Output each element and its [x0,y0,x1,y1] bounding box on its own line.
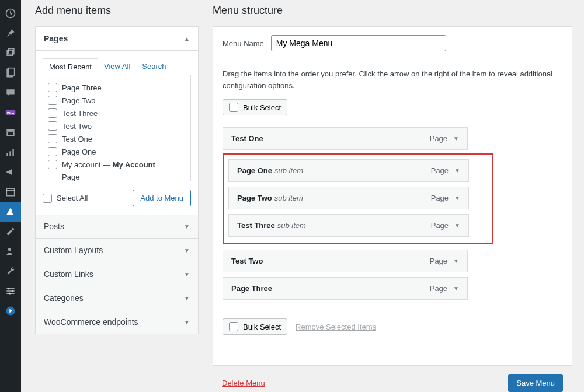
appearance-icon[interactable] [0,202,21,222]
add-to-menu-button[interactable]: Add to Menu [133,190,191,206]
pin-icon[interactable] [0,23,21,43]
panel-pages-head[interactable]: Pages ▲ [36,27,198,51]
page-item[interactable]: Page Two [48,94,186,107]
menu-item-sub[interactable]: Page Onesub item Page▼ [228,159,469,182]
svg-point-14 [8,248,11,251]
svg-rect-10 [9,151,11,156]
add-items-title: Add menu items [35,5,199,17]
bulk-select-button[interactable]: Bulk Select [223,99,287,116]
woo-icon[interactable]: Woo [0,103,21,123]
panel-pages-label: Pages [44,34,68,43]
page-item[interactable]: Test One [48,132,186,145]
admin-sidebar: Woo [0,0,21,392]
analytics-icon[interactable] [0,142,21,162]
svg-point-19 [12,290,13,292]
panel-custom-links-head[interactable]: Custom Links▼ [36,262,198,286]
menu-item-sub[interactable]: Test Threesub item Page▼ [228,214,469,237]
triangle-down-icon: ▼ [453,285,459,292]
svg-text:Woo: Woo [7,111,15,115]
checkbox[interactable] [48,160,57,169]
dashboard-icon[interactable] [0,4,21,23]
checkbox[interactable] [48,134,57,144]
plugins-icon[interactable] [0,222,21,242]
svg-rect-7 [6,130,14,131]
accordion: Pages ▲ Most Recent View All Search Page… [35,26,199,334]
megaphone-icon[interactable] [0,162,21,182]
save-menu-button[interactable]: Save Menu [508,374,563,392]
highlight-box: Page Onesub item Page▼ Page Twosub item … [223,153,493,244]
checkbox[interactable] [48,96,57,105]
page-item[interactable]: My account — My Account [48,158,186,171]
triangle-down-icon: ▼ [184,295,190,302]
svg-rect-2 [9,49,14,54]
triangle-down-icon: ▼ [184,271,190,278]
delete-menu-link[interactable]: Delete Menu [222,379,265,387]
menu-structure-title: Menu structure [213,5,572,17]
checkbox[interactable] [43,194,52,203]
tab-view-all[interactable]: View All [98,58,136,75]
panel-woo-endpoints-head[interactable]: WooCommerce endpoints▼ [36,310,198,334]
remove-selected-link: Remove Selected Items [296,323,376,331]
triangle-down-icon: ▼ [454,167,460,174]
menu-box: Menu Name Drag the items into the order … [213,26,572,366]
triangle-down-icon: ▼ [454,195,460,201]
tools-icon[interactable] [0,261,21,281]
checkbox[interactable] [48,147,57,156]
triangle-down-icon: ▼ [184,319,190,326]
triangle-down-icon: ▼ [453,258,459,264]
settings-icon[interactable] [0,281,21,301]
menu-item[interactable]: Test One Page▼ [223,127,468,150]
triangle-down-icon: ▼ [184,247,190,254]
panel-posts-head[interactable]: Posts▼ [36,215,198,239]
users-icon[interactable] [0,242,21,261]
checkbox[interactable] [48,108,57,118]
bulk-select-button[interactable]: Bulk Select [223,318,287,335]
panel-pages-body: Most Recent View All Search Page Three P… [36,51,198,215]
archive-icon[interactable] [0,123,21,142]
menu-item-sub[interactable]: Page Twosub item Page▼ [228,187,469,209]
svg-rect-8 [7,132,14,136]
calendar-icon[interactable] [0,182,21,202]
page-item[interactable]: Test Two [48,120,186,132]
svg-rect-12 [6,188,14,196]
svg-rect-4 [9,68,15,76]
menu-item[interactable]: Test Two Page▼ [223,250,468,272]
pages-icon[interactable] [0,63,21,83]
play-icon[interactable] [0,301,21,321]
panel-custom-layouts-head[interactable]: Custom Layouts▼ [36,239,198,262]
checkbox[interactable] [48,121,57,131]
checkbox [229,322,238,331]
triangle-down-icon: ▼ [454,222,460,229]
checkbox[interactable] [48,83,57,92]
page-item[interactable]: Test Three [48,107,186,120]
tab-most-recent[interactable]: Most Recent [43,58,98,75]
triangle-down-icon: ▼ [184,223,190,230]
svg-rect-1 [7,50,12,55]
select-all[interactable]: Select All [43,194,88,203]
menu-instructions: Drag the items into the order you prefer… [223,68,562,91]
panel-categories-head[interactable]: Categories▼ [36,286,198,310]
svg-point-18 [8,288,9,289]
comments-icon[interactable] [0,83,21,103]
page-tabs: Most Recent View All Search [43,58,191,75]
svg-rect-11 [12,149,14,156]
tab-search[interactable]: Search [136,58,172,75]
menu-items-list: Test One Page▼ Page Onesub item Page▼ Pa… [223,127,562,304]
svg-rect-9 [6,153,8,156]
checkbox [229,103,238,112]
triangle-up-icon: ▲ [184,36,190,42]
page-item[interactable]: Page One [48,145,186,158]
triangle-down-icon: ▼ [453,135,459,142]
svg-point-20 [9,293,11,295]
menu-name-input[interactable] [271,35,446,51]
menu-item[interactable]: Page Three Page▼ [223,277,468,300]
media-icon[interactable] [0,43,21,63]
page-item[interactable]: Page [48,171,186,181]
page-item[interactable]: Page Three [48,81,186,94]
menu-name-label: Menu Name [223,39,264,48]
page-list[interactable]: Page Three Page Two Test Three Test Two … [43,75,191,181]
